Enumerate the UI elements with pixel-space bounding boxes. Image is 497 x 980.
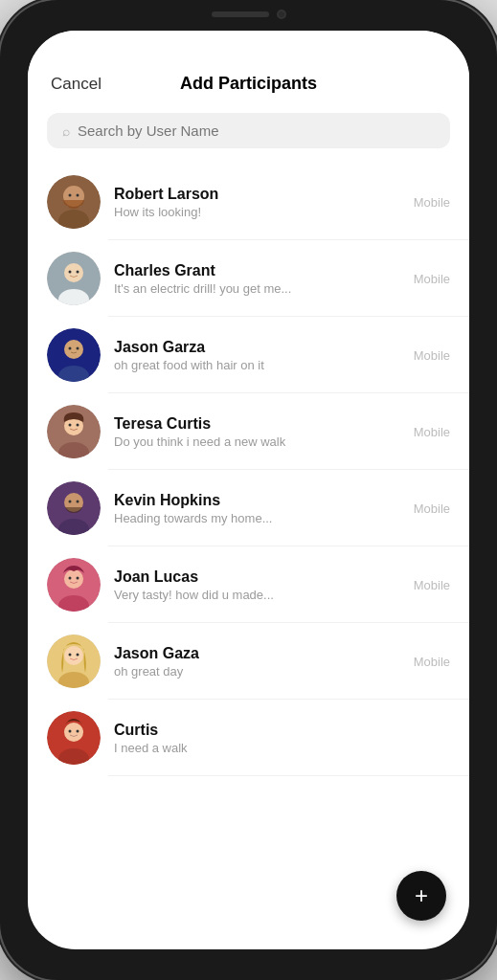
user-device: Mobile [414,272,450,286]
svg-point-33 [69,654,72,657]
svg-point-14 [77,347,79,350]
user-name: Teresa Curtis [114,415,400,433]
user-name: Jason Garza [114,339,400,356]
svg-point-8 [69,271,72,274]
avatar [47,328,101,382]
user-info: Jason Garzaoh great food with hair on it [114,339,400,372]
user-info: CurtisI need a walk [114,722,437,755]
user-name: Joan Lucas [114,568,400,586]
user-device: Mobile [414,655,450,669]
plus-icon: + [415,884,428,907]
user-list: Robert LarsonHow its looking!Mobile Char… [28,160,469,949]
user-status: I need a walk [114,741,437,755]
user-device: Mobile [414,425,450,439]
avatar [47,711,101,765]
user-info: Robert LarsonHow its looking! [114,186,400,219]
user-device: Mobile [414,501,450,516]
page-title: Add Participants [180,74,317,94]
phone-frame: Cancel Add Participants ⌕ Robert LarsonH… [0,0,497,980]
user-device: Mobile [414,348,450,363]
search-container: ⌕ [28,105,469,160]
svg-point-9 [77,271,79,274]
svg-point-36 [64,723,83,742]
user-info: Kevin HopkinsHeading towards my home... [114,492,400,525]
header: Cancel Add Participants [28,31,469,105]
avatar [47,405,101,458]
user-name: Charles Grant [114,262,400,279]
user-status: Do you think i need a new walk [114,434,400,449]
user-status: Very tasty! how did u made... [114,588,400,602]
user-info: Charles GrantIt's an electric drill! you… [114,262,400,296]
svg-point-6 [64,263,83,282]
list-item[interactable]: Jason Gazaoh great dayMobile [28,623,469,700]
svg-point-24 [77,501,79,503]
user-info: Teresa CurtisDo you think i need a new w… [114,415,400,449]
svg-point-4 [77,194,79,197]
svg-point-18 [69,424,72,427]
svg-point-31 [64,646,83,665]
user-status: It's an electric drill! you get me... [114,281,400,296]
list-item[interactable]: CurtisI need a walk [28,700,469,776]
user-info: Jason Gazaoh great day [114,645,400,679]
avatar [47,175,101,229]
search-icon: ⌕ [62,123,70,139]
phone-screen: Cancel Add Participants ⌕ Robert LarsonH… [28,31,469,949]
svg-point-11 [64,340,83,359]
svg-point-38 [69,730,72,733]
avatar [47,252,101,305]
user-device: Mobile [414,195,450,210]
speaker [212,11,269,17]
avatar [47,481,101,535]
user-device: Mobile [414,578,450,592]
svg-point-29 [77,577,79,580]
user-name: Curtis [114,722,437,739]
svg-point-39 [77,730,79,733]
list-item[interactable]: Robert LarsonHow its looking!Mobile [28,164,469,240]
svg-point-19 [77,424,79,427]
cancel-button[interactable]: Cancel [51,75,102,94]
user-info: Joan LucasVery tasty! how did u made... [114,568,400,602]
user-status: oh great day [114,664,400,679]
list-item[interactable]: Kevin HopkinsHeading towards my home...M… [28,470,469,546]
avatar [47,558,101,612]
list-item[interactable]: Joan LucasVery tasty! how did u made...M… [28,546,469,623]
list-item[interactable]: Charles GrantIt's an electric drill! you… [28,240,469,317]
user-name: Kevin Hopkins [114,492,400,509]
svg-point-34 [77,654,79,657]
user-status: Heading towards my home... [114,511,400,525]
svg-point-26 [64,569,83,589]
svg-point-13 [69,347,72,350]
user-name: Robert Larson [114,186,400,203]
svg-point-28 [69,577,72,580]
notch [172,0,326,29]
avatar [47,635,101,688]
list-item[interactable]: Jason Garzaoh great food with hair on it… [28,317,469,393]
svg-point-3 [69,194,72,197]
add-participant-fab[interactable]: + [396,871,446,921]
list-item[interactable]: Teresa CurtisDo you think i need a new w… [28,393,469,470]
camera [277,10,286,19]
svg-point-23 [69,501,72,503]
user-name: Jason Gaza [114,645,400,662]
search-input[interactable] [78,122,435,139]
user-status: How its looking! [114,205,400,219]
search-bar: ⌕ [47,113,450,148]
user-status: oh great food with hair on it [114,358,400,372]
